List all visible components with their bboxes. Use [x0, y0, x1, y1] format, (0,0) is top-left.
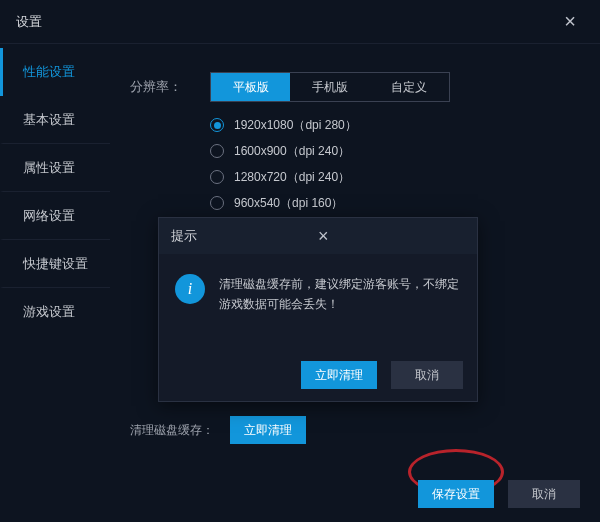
sidebar-tab-label: 网络设置 — [23, 208, 75, 223]
radio-label: 1280x720（dpi 240） — [234, 169, 350, 186]
close-icon[interactable]: × — [556, 8, 584, 36]
radio-dot-icon — [210, 118, 224, 132]
sidebar-tab-property[interactable]: 属性设置 — [0, 144, 110, 192]
sidebar-tab-label: 快捷键设置 — [23, 256, 88, 271]
dialog-titlebar: 提示 × — [159, 218, 477, 254]
dialog-cancel-button[interactable]: 取消 — [391, 361, 463, 389]
button-label: 立即清理 — [315, 367, 363, 384]
button-label: 取消 — [415, 367, 439, 384]
dialog-body: i 清理磁盘缓存前，建议绑定游客账号，不绑定游戏数据可能会丢失！ — [159, 254, 477, 315]
button-label: 取消 — [532, 486, 556, 503]
clear-cache-button[interactable]: 立即清理 — [230, 416, 306, 444]
dialog-confirm-button[interactable]: 立即清理 — [301, 361, 377, 389]
segment-label: 自定义 — [391, 79, 427, 96]
dialog-close-icon[interactable]: × — [318, 226, 465, 247]
save-button[interactable]: 保存设置 — [418, 480, 494, 508]
sidebar-tab-performance[interactable]: 性能设置 — [0, 48, 110, 96]
segment-phone[interactable]: 手机版 — [290, 73, 369, 101]
radio-1280[interactable]: 1280x720（dpi 240） — [210, 164, 580, 190]
radio-label: 1600x900（dpi 240） — [234, 143, 350, 160]
button-label: 保存设置 — [432, 486, 480, 503]
segment-label: 手机版 — [312, 79, 348, 96]
info-icon: i — [175, 274, 205, 304]
radio-1600[interactable]: 1600x900（dpi 240） — [210, 138, 580, 164]
clear-cache-row: 清理磁盘缓存： 立即清理 — [130, 416, 580, 444]
window-title: 设置 — [16, 13, 556, 31]
footer-buttons: 保存设置 取消 — [418, 480, 580, 508]
radio-dot-icon — [210, 196, 224, 210]
radio-960[interactable]: 960x540（dpi 160） — [210, 190, 580, 216]
sidebar-tab-label: 属性设置 — [23, 160, 75, 175]
resolution-options: 1920x1080（dpi 280） 1600x900（dpi 240） 128… — [210, 112, 580, 216]
resolution-segments: 平板版 手机版 自定义 — [210, 72, 450, 102]
dialog-footer: 立即清理 取消 — [301, 361, 463, 389]
radio-dot-icon — [210, 144, 224, 158]
sidebar-tab-label: 基本设置 — [23, 112, 75, 127]
titlebar: 设置 × — [0, 0, 600, 44]
sidebar-tab-basic[interactable]: 基本设置 — [0, 96, 110, 144]
dialog-message: 清理磁盘缓存前，建议绑定游客账号，不绑定游戏数据可能会丢失！ — [219, 274, 461, 315]
cancel-button[interactable]: 取消 — [508, 480, 580, 508]
resolution-value: 平板版 手机版 自定义 1920x1080（dpi 280） 1600x900（… — [210, 72, 580, 216]
radio-dot-icon — [210, 170, 224, 184]
resolution-row: 分辨率： 平板版 手机版 自定义 1920x1080（dpi 280） 1600… — [130, 72, 580, 216]
resolution-label: 分辨率： — [130, 72, 210, 96]
sidebar-tab-network[interactable]: 网络设置 — [0, 192, 110, 240]
segment-label: 平板版 — [233, 79, 269, 96]
sidebar-tab-label: 游戏设置 — [23, 304, 75, 319]
radio-label: 1920x1080（dpi 280） — [234, 117, 357, 134]
sidebar-tab-game[interactable]: 游戏设置 — [0, 288, 110, 336]
confirm-dialog: 提示 × i 清理磁盘缓存前，建议绑定游客账号，不绑定游戏数据可能会丢失！ 立即… — [158, 217, 478, 402]
dialog-title: 提示 — [171, 227, 318, 245]
segment-tablet[interactable]: 平板版 — [211, 73, 290, 101]
sidebar-tab-label: 性能设置 — [23, 64, 75, 79]
radio-1920[interactable]: 1920x1080（dpi 280） — [210, 112, 580, 138]
radio-label: 960x540（dpi 160） — [234, 195, 343, 212]
segment-custom[interactable]: 自定义 — [370, 73, 449, 101]
button-label: 立即清理 — [244, 422, 292, 439]
sidebar-tab-shortcut[interactable]: 快捷键设置 — [0, 240, 110, 288]
sidebar: 性能设置 基本设置 属性设置 网络设置 快捷键设置 游戏设置 — [0, 44, 110, 474]
clear-cache-label: 清理磁盘缓存： — [130, 422, 230, 439]
